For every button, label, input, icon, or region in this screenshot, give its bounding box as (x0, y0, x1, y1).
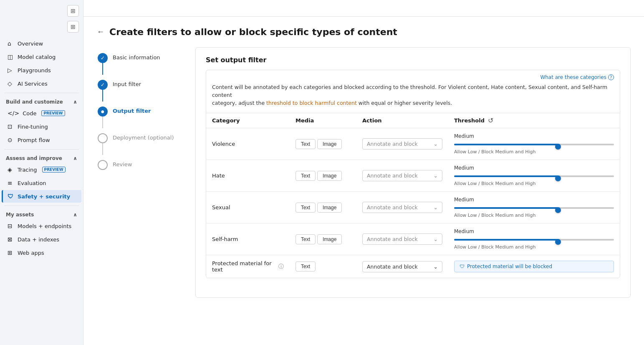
wizard-step-basic-info[interactable]: ✓ Basic information (97, 51, 189, 77)
sidebar-item-evaluation[interactable]: ≡ Evaluation (2, 177, 81, 189)
step-circle-1: ✓ (98, 53, 108, 63)
sidebar-item-models-endpoints[interactable]: ⊟ Models + endpoints (2, 220, 81, 232)
action-dropdown-1[interactable]: Annotate and block⌄ (362, 170, 442, 181)
action-cell-2: Annotate and block⌄ (356, 192, 448, 223)
action-cell-0: Annotate and block⌄ (356, 128, 448, 160)
action-dropdown-2[interactable]: Annotate and block⌄ (362, 202, 442, 213)
sidebar-item-tracing[interactable]: ◈ Tracing PREVIEW (2, 163, 81, 176)
step-label-1: Basic information (113, 53, 160, 61)
models-icon: ⊟ (8, 223, 14, 229)
page-title: Create filters to allow or block specifi… (109, 27, 397, 37)
sidebar-collapse-button[interactable]: ⊞ (67, 5, 79, 17)
filter-inner: What are these categories ? Content will… (206, 70, 620, 278)
table-row: ViolenceTextImageAnnotate and block⌄ Med… (206, 128, 620, 160)
media-btn-image-0[interactable]: Image (317, 139, 342, 149)
threshold-cell-0: Medium Allow Low / Block Medium and High (448, 128, 620, 160)
sidebar-divider-2 (4, 149, 79, 150)
sidebar-item-ai-services[interactable]: ◇ AI Services (2, 77, 81, 90)
step-indicator-5 (97, 160, 109, 170)
sidebar-item-safety-security[interactable]: 🛡 Safety + security (2, 190, 81, 203)
step-label-2: Input filter (113, 80, 141, 87)
action-cell-1: Annotate and block⌄ (356, 160, 448, 192)
sidebar-toggle-top: ⊞ (0, 3, 83, 20)
home-icon: ⌂ (8, 40, 14, 47)
media-btn-image-3[interactable]: Image (317, 234, 342, 244)
threshold-cell-4: 🛡 Protected material will be blocked (448, 255, 620, 278)
sidebar-item-playgrounds[interactable]: ▷ Playgrounds (2, 64, 81, 76)
page-title-row: ← Create filters to allow or block speci… (97, 27, 631, 37)
media-cell-2: TextImage (290, 192, 356, 223)
sidebar: ⊞ ⊞ ⌂ Overview ◫ Model catalog ▷ Playgro… (0, 0, 83, 345)
col-header-threshold: Threshold ↺ (448, 113, 620, 128)
sidebar-toggle-bottom: ⊞ (0, 20, 83, 37)
threshold-label-0: Medium (454, 133, 614, 139)
sidebar-item-model-catalog[interactable]: ◫ Model catalog (2, 51, 81, 63)
media-btn-text-2[interactable]: Text (295, 203, 316, 213)
fine-tuning-icon: ⊡ (8, 123, 14, 130)
category-label-2: Sexual (206, 192, 290, 223)
media-btn-text-0[interactable]: Text (295, 139, 316, 149)
step-line-2 (102, 90, 103, 101)
filter-table-body: ViolenceTextImageAnnotate and block⌄ Med… (206, 128, 620, 278)
assets-section-header[interactable]: My assets ∧ (0, 208, 83, 219)
sidebar-divider-3 (4, 205, 79, 206)
action-dropdown-3[interactable]: Annotate and block⌄ (362, 233, 442, 245)
step-label-4: Deployment (optional) (113, 133, 174, 141)
data-icon: ⊠ (8, 236, 14, 243)
action-dropdown-0[interactable]: Annotate and block⌄ (362, 138, 442, 150)
ai-services-icon: ◇ (8, 80, 14, 87)
sidebar-item-code[interactable]: </> Code PREVIEW (2, 107, 81, 119)
safety-icon: 🛡 (8, 193, 14, 200)
step-line-3 (102, 117, 103, 128)
sidebar-item-fine-tuning[interactable]: ⊡ Fine-tuning (2, 120, 81, 133)
build-section-header[interactable]: Build and customize ∧ (0, 96, 83, 107)
sidebar-expand-button[interactable]: ⊞ (67, 21, 79, 33)
threshold-slider-3[interactable] (454, 236, 614, 244)
sidebar-item-data-indexes[interactable]: ⊠ Data + indexes (2, 233, 81, 246)
wizard-step-input-filter[interactable]: ✓ Input filter (97, 77, 189, 104)
model-catalog-icon: ◫ (8, 53, 14, 60)
threshold-link[interactable]: threshold to block harmful content (266, 100, 357, 106)
media-btn-image-1[interactable]: Image (317, 171, 342, 181)
media-btn-image-2[interactable]: Image (317, 203, 342, 213)
threshold-reset-button[interactable]: ↺ (488, 117, 493, 124)
media-btn-text-4[interactable]: Text (295, 261, 316, 271)
filter-section-title: Set output filter (206, 56, 620, 64)
threshold-slider-2[interactable] (454, 204, 614, 212)
action-cell-3: Annotate and block⌄ (356, 223, 448, 255)
tracing-preview-badge: PREVIEW (42, 167, 66, 172)
media-cell-3: TextImage (290, 223, 356, 255)
wizard-step-review[interactable]: Review (97, 157, 189, 172)
action-dropdown-4[interactable]: Annotate and block⌄ (362, 261, 442, 272)
what-categories-link[interactable]: What are these categories ? (540, 74, 614, 80)
threshold-hint-1: Allow Low / Block Medium and High (454, 181, 614, 186)
back-button[interactable]: ← (97, 28, 104, 36)
table-header-row: Category Media Action T (206, 113, 620, 128)
sidebar-item-overview[interactable]: ⌂ Overview (2, 37, 81, 50)
threshold-hint-2: Allow Low / Block Medium and High (454, 213, 614, 218)
threshold-label-1: Medium (454, 165, 614, 171)
assess-section-header[interactable]: Assess and improve ∧ (0, 152, 83, 163)
sidebar-item-prompt-flow[interactable]: ⊙ Prompt flow (2, 134, 81, 146)
media-btn-text-1[interactable]: Text (295, 171, 316, 181)
table-row: HateTextImageAnnotate and block⌄ Medium … (206, 160, 620, 192)
table-row: SexualTextImageAnnotate and block⌄ Mediu… (206, 192, 620, 223)
prompt-flow-icon: ⊙ (8, 137, 14, 143)
step-line-4 (102, 143, 103, 155)
step-line-1 (102, 63, 103, 75)
shield-check-icon: 🛡 (460, 264, 465, 269)
info-icon-4[interactable]: ⓘ (278, 263, 284, 270)
wizard-step-output-filter[interactable]: ● Output filter (97, 104, 189, 131)
category-cell-4: Protected material for text ⓘ (212, 260, 284, 273)
playgrounds-icon: ▷ (8, 67, 14, 74)
threshold-slider-0[interactable] (454, 141, 614, 148)
step-circle-2: ✓ (98, 80, 108, 90)
protected-badge-4: 🛡 Protected material will be blocked (454, 261, 614, 272)
wizard-step-deployment[interactable]: Deployment (optional) (97, 131, 189, 157)
sidebar-item-web-apps[interactable]: ⊞ Web apps (2, 246, 81, 259)
filter-table: Category Media Action T (206, 113, 620, 278)
threshold-slider-1[interactable] (454, 172, 614, 180)
chevron-up-icon: ∧ (73, 99, 77, 105)
step-indicator-1: ✓ (97, 53, 109, 75)
media-btn-text-3[interactable]: Text (295, 234, 316, 244)
